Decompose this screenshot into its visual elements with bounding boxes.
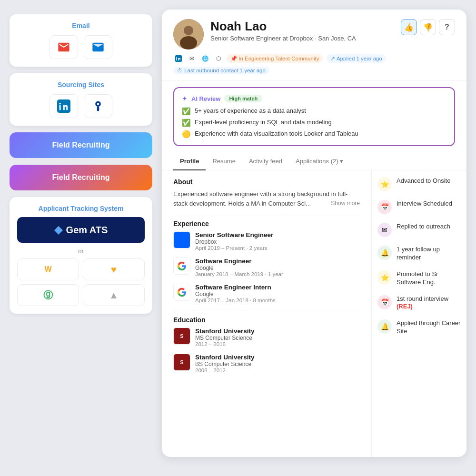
- tag-outbound: ⏱ Last outbound contact 1 year ago: [173, 67, 269, 74]
- avatar: [173, 19, 204, 50]
- tag-github[interactable]: ⬡: [214, 55, 223, 62]
- check-icon-3: 🟡: [182, 130, 191, 139]
- show-more-link[interactable]: Show more: [331, 199, 360, 208]
- ats-card: Applicant Tracking System ◆ Gem ATS or W…: [10, 197, 152, 314]
- exp-info-google1: Software Engineer Google January 2018 – …: [195, 258, 360, 277]
- profile-actions: 👍 👎 ?: [401, 19, 455, 35]
- tag-community: 📌 In Engineering Talent Community: [227, 54, 323, 63]
- field-recruiting-1-label: Field Recruiting: [52, 141, 110, 149]
- profile-name: Noah Lao: [210, 19, 394, 34]
- edu-date-2: 2008 – 2012: [195, 367, 360, 373]
- profile-tags: ✉ 🌐 ⬡ 📌 In Engineering Talent Community …: [173, 54, 455, 74]
- tag-email[interactable]: ✉: [188, 55, 196, 62]
- svg-point-7: [180, 36, 197, 50]
- activity-label-3: Replied to outreach: [397, 223, 450, 231]
- activity-label-1: Advanced to Onsite: [397, 177, 450, 185]
- activity-icon-star-2: ⭐: [377, 270, 392, 285]
- email-title: Email: [17, 22, 145, 30]
- workday-icon[interactable]: W: [17, 258, 79, 280]
- gem-ats-logo: ◆ Gem ATS: [17, 217, 145, 243]
- heart-icon[interactable]: ♥: [83, 258, 145, 280]
- dropbox-logo: [173, 231, 190, 248]
- tag-web[interactable]: 🌐: [200, 55, 210, 62]
- lever-icon[interactable]: ▲: [83, 284, 145, 306]
- ai-text-3: Experience with data visualization tools…: [195, 130, 358, 137]
- ai-text-2: Expert-level proficiency in SQL and data…: [195, 119, 332, 126]
- activity-label-2: Interview Scheduled: [397, 200, 452, 208]
- rej-label: (REJ): [397, 303, 413, 310]
- high-match-badge: High match: [224, 95, 262, 102]
- tab-resume[interactable]: Resume: [206, 153, 242, 170]
- exp-title-dropbox: Senior Software Engineer: [195, 231, 360, 238]
- activity-replied-outreach: ✉ Replied to outreach: [377, 223, 461, 237]
- greenhouse-icon[interactable]: ⓖ: [17, 284, 79, 306]
- profile-info: Noah Lao Senior Software Engineer at Dro…: [210, 19, 394, 42]
- ai-text-1: 5+ years of experience as a data analyst: [195, 107, 306, 114]
- activity-icon-bell-2: 🔔: [377, 319, 392, 334]
- exp-info-google2: Software Engineer Intern Google April 20…: [195, 284, 360, 303]
- thumbs-up-button[interactable]: 👍: [401, 19, 417, 35]
- exp-company-google1: Google: [195, 265, 360, 271]
- gmail-icon[interactable]: [50, 35, 78, 59]
- or-divider: or: [17, 248, 145, 255]
- stanford-logo-1: S: [173, 327, 190, 345]
- field-recruiting-2-label: Field Recruiting: [52, 173, 110, 182]
- experience-section: Experience Senior Software Engineer Drop…: [173, 220, 360, 303]
- edu-school-1: Stanford University: [195, 327, 360, 335]
- check-icon-1: ✅: [182, 107, 191, 116]
- activity-label-7: Applied through Career Site: [397, 319, 461, 336]
- profile-top: Noah Lao Senior Software Engineer at Dro…: [173, 19, 455, 50]
- ai-item-3: 🟡 Experience with data visualization too…: [182, 130, 446, 139]
- about-title: About: [173, 178, 360, 186]
- sourcing-icons: [17, 94, 145, 118]
- edu-info-stanford1: Stanford University MS Computer Science …: [195, 327, 360, 347]
- ai-item-2: ✅ Expert-level proficiency in SQL and da…: [182, 119, 446, 127]
- tab-profile[interactable]: Profile: [173, 153, 206, 170]
- ai-review-box: ✦ AI Review High match ✅ 5+ years of exp…: [173, 87, 455, 146]
- indeed-icon[interactable]: [84, 94, 112, 118]
- education-title: Education: [173, 316, 360, 324]
- thumbs-down-icon: 👎: [423, 23, 433, 32]
- ai-review-label: AI Review: [191, 95, 220, 102]
- education-section: Education S Stanford University MS Compu…: [173, 316, 360, 373]
- question-button[interactable]: ?: [439, 19, 455, 35]
- activity-label-4: 1 year follow up reminder: [397, 246, 461, 262]
- exp-company-dropbox: Dropbox: [195, 238, 360, 245]
- activity-icon-calendar-2: 📅: [377, 295, 392, 309]
- tab-activity-feed[interactable]: Activity feed: [242, 153, 289, 170]
- linkedin-icon[interactable]: [50, 94, 78, 118]
- tab-applications[interactable]: Applications (2) ▾: [289, 153, 350, 170]
- gem-ats-label: Gem ATS: [66, 225, 108, 236]
- main-content: About Experienced software engineer with…: [162, 170, 466, 457]
- exp-item-google2: Software Engineer Intern Google April 20…: [173, 284, 360, 303]
- activity-advanced-onsite: ⭐ Advanced to Onsite: [377, 177, 461, 191]
- outlook-icon[interactable]: [84, 35, 112, 59]
- exp-date-google2: April 2017 – Jan 2018 · 8 months: [195, 298, 360, 303]
- activity-icon-calendar-1: 📅: [377, 200, 392, 214]
- tag-linkedin[interactable]: [173, 55, 184, 62]
- svg-point-6: [184, 26, 193, 35]
- experience-title: Experience: [173, 220, 360, 228]
- thumbs-down-button[interactable]: 👎: [420, 19, 436, 35]
- profile-panel: Noah Lao Senior Software Engineer at Dro…: [162, 10, 466, 457]
- thumbs-up-icon: 👍: [404, 23, 414, 32]
- edu-date-1: 2012 – 2016: [195, 341, 360, 347]
- edu-degree-1: MS Computer Science: [195, 335, 360, 341]
- email-icons: [17, 35, 145, 59]
- exp-title-google2: Software Engineer Intern: [195, 284, 360, 291]
- tabs-row: Profile Resume Activity feed Application…: [162, 153, 466, 170]
- exp-item-dropbox: Senior Software Engineer Dropbox April 2…: [173, 231, 360, 251]
- exp-info-dropbox: Senior Software Engineer Dropbox April 2…: [195, 231, 360, 251]
- exp-title-google1: Software Engineer: [195, 258, 360, 265]
- about-text: Experienced software engineer with a str…: [173, 189, 360, 208]
- sourcing-card: Sourcing Sites: [10, 73, 152, 126]
- divider-1: [173, 214, 360, 214]
- ai-item-1: ✅ 5+ years of experience as a data analy…: [182, 107, 446, 116]
- tag-applied: ↗ Applied 1 year ago: [327, 54, 386, 63]
- ats-other-icons: W ♥ ⓖ ▲: [17, 258, 145, 306]
- svg-rect-4: [97, 107, 99, 111]
- ai-review-header: ✦ AI Review High match: [182, 95, 446, 102]
- activity-label-5: Promoted to Sr Software Eng.: [397, 270, 461, 287]
- edu-info-stanford2: Stanford University BS Computer Science …: [195, 354, 360, 373]
- sourcing-title: Sourcing Sites: [17, 81, 145, 89]
